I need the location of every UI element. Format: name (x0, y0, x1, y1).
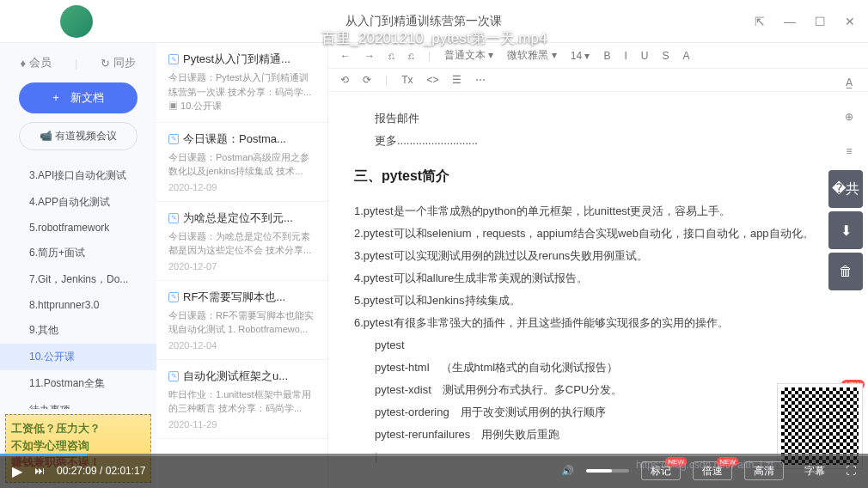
toolbar-item[interactable]: ⎌ (388, 50, 394, 62)
note-body: 今日课题：RF不需要写脚本也能实现自动化测试 1. Robotframewo..… (168, 308, 315, 337)
toolbar-item: | (385, 74, 388, 86)
editor-toolbar-2: ⟲⟳|Tx<>☰⋯ (328, 69, 868, 92)
notes-list: ✎Pytest从入门到精通...今日课题：Pytest从入门到精通训练营第一次课… (156, 43, 328, 488)
sidebar-item[interactable]: 5.robotframework (0, 216, 156, 240)
toolbar-item[interactable]: A (683, 50, 690, 62)
toolbar-item[interactable]: ⟲ (340, 74, 349, 86)
toolbar-item[interactable]: 14 ▾ (571, 50, 590, 62)
note-date: 2020-11-29 (168, 419, 315, 430)
toolbar-item[interactable]: U (641, 50, 649, 62)
toolbar-item[interactable]: ☰ (452, 74, 462, 86)
expand-icon[interactable]: ⇱ (755, 15, 765, 28)
time-display: 00:27:09 / 02:01:17 (57, 465, 145, 477)
new-doc-button[interactable]: + 新文档 (19, 82, 138, 113)
note-body: 昨日作业：1.unittest框架中最常用的三种断言 技术分享：码尚学... (168, 387, 315, 416)
note-item[interactable]: ✎Pytest从入门到精通...今日课题：Pytest从入门到精通训练营第一次课… (156, 43, 327, 123)
subtitle-button[interactable]: 字幕 (796, 461, 834, 480)
toolbar-item[interactable]: ← (340, 50, 351, 62)
text-icon[interactable]: A̲ (835, 69, 863, 96)
toolbar-item[interactable]: → (364, 50, 375, 62)
play-button[interactable]: ▶ (12, 463, 22, 479)
note-title: 为啥总是定位不到元... (183, 210, 293, 226)
section-heading: 三、pytest简介 (354, 162, 842, 190)
note-doc-icon: ✎ (168, 292, 179, 302)
note-body: 今日课题：Postman高级应用之参数化以及jenkins持续集成 技术... (168, 150, 315, 179)
toolbar-item[interactable]: 微软雅黑 ▾ (507, 48, 556, 63)
download-icon[interactable]: ⬇ (828, 211, 863, 249)
note-title: 今日课题：Postma... (183, 131, 286, 147)
toolbar-item: | (428, 50, 431, 62)
sidebar-item[interactable]: 9.其他 (0, 317, 156, 344)
toolbar-item[interactable]: B (604, 50, 611, 62)
sync-link[interactable]: ↻ 同步 (101, 55, 136, 70)
note-date: 2020-12-07 (168, 261, 315, 271)
sidebar-item[interactable]: 待办事项 (0, 397, 156, 409)
toolbar-item[interactable]: Tx (401, 74, 413, 86)
close-icon[interactable]: ✕ (845, 15, 855, 28)
sidebar-item[interactable]: 3.API接口自动化测试 (0, 162, 156, 189)
sidebar-item[interactable]: 6.简历+面试 (0, 240, 156, 266)
toolbar-item[interactable]: ⟳ (363, 74, 371, 86)
toolbar-item[interactable]: <> (426, 74, 438, 86)
note-item[interactable]: ✎今日课题：Postma...今日课题：Postman高级应用之参数化以及jen… (156, 123, 327, 202)
note-doc-icon: ✎ (168, 54, 179, 64)
add-icon[interactable]: ⊕ (835, 103, 863, 131)
sidebar-item[interactable]: 4.APP自动化测试 (0, 189, 156, 216)
left-sidebar: ♦ 会员 | ↻ 同步 + 新文档 📹 有道视频会议 3.API接口自动化测试4… (0, 43, 156, 488)
note-item[interactable]: ✎为啥总是定位不到元...今日课题：为啥总是定位不到元素 都是因为这些定位不会 … (156, 202, 327, 281)
note-item[interactable]: ✎RF不需要写脚本也...今日课题：RF不需要写脚本也能实现自动化测试 1. R… (156, 281, 327, 360)
right-tool-rail: A̲ ⊕ ≡ (830, 43, 868, 165)
menu-icon[interactable]: ≡ (835, 137, 863, 165)
note-item[interactable]: ✎自动化测试框架之u...昨日作业：1.unittest框架中最常用的三种断言 … (156, 360, 327, 439)
note-doc-icon: ✎ (168, 213, 179, 223)
toolbar-item[interactable]: 普通文本 ▾ (444, 48, 493, 63)
toolbar-item[interactable]: S (663, 50, 669, 62)
note-body: 今日课题：为啥总是定位不到元素 都是因为这些定位不会 技术分享... (168, 229, 315, 258)
toolbar-item[interactable]: I (625, 50, 627, 62)
watermark: https://blog.csdn.net/Faith_Lzt (636, 459, 773, 471)
next-button[interactable]: ⏭ (34, 465, 45, 477)
note-doc-icon: ✎ (168, 371, 179, 381)
right-action-block: �共 ⬇ 🗑 (828, 170, 863, 290)
share-icon[interactable]: �共 (828, 170, 863, 208)
sidebar-item[interactable]: 8.httprunner3.0 (0, 293, 156, 317)
sidebar-item[interactable]: 11.Postman全集 (0, 370, 156, 397)
maximize-icon[interactable]: ☐ (815, 15, 826, 28)
note-title: Pytest从入门到精通... (183, 52, 290, 67)
delete-icon[interactable]: 🗑 (828, 253, 863, 290)
member-link[interactable]: ♦ 会员 (20, 55, 52, 70)
note-date: 2020-12-04 (168, 340, 315, 351)
volume-icon[interactable]: 🔊 (561, 465, 574, 477)
note-title: RF不需要写脚本也... (183, 290, 285, 305)
video-title: 百里_20201210_pytest第一天.mp4 (0, 28, 868, 48)
sidebar-item[interactable]: 10.公开课 (0, 344, 156, 370)
toolbar-item[interactable]: ⎌ (408, 50, 414, 62)
meeting-button[interactable]: 📹 有道视频会议 (19, 122, 138, 150)
minimize-icon[interactable]: — (784, 15, 796, 28)
fullscreen-icon[interactable]: ⛶ (846, 465, 856, 477)
toolbar-item[interactable]: ⋯ (475, 74, 486, 86)
note-doc-icon: ✎ (168, 134, 179, 144)
doc-title: 从入门到精通训练营第一次课 (93, 14, 755, 29)
note-body: 今日课题：Pytest从入门到精通训练营第一次课 技术分享：码尚学...▣ 10… (168, 70, 315, 113)
note-title: 自动化测试框架之u... (183, 369, 288, 384)
note-date: 2020-12-09 (168, 182, 315, 192)
sidebar-item[interactable]: 7.Git，Jenkins，Do... (0, 266, 156, 293)
